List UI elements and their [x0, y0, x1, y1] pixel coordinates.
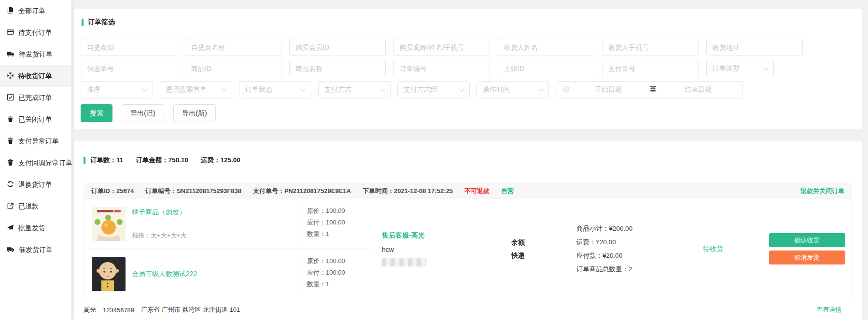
- product-info-cell: 橘子商品（勿改） 规格：大+大+大+大: [84, 199, 298, 249]
- filter-title-text: 订单筛选: [88, 18, 115, 27]
- product-name-link[interactable]: 会员等级天数测试222: [132, 270, 197, 278]
- orange-product-image[interactable]: [92, 207, 126, 241]
- self-operated-badge: 自营: [501, 187, 514, 195]
- refunded-icon: [7, 202, 14, 211]
- order-count-stat: 订单数：11: [90, 156, 123, 165]
- callback-error-icon: [7, 159, 14, 167]
- product-text-block: 会员等级天数测试222: [132, 257, 197, 291]
- pending-payment-icon: [7, 28, 14, 37]
- products-column: 橘子商品（勿改） 规格：大+大+大+大 原价：100.00 应付：100.00 …: [84, 199, 370, 299]
- sidebar-item-pending-receipt[interactable]: 待收货订单: [0, 65, 71, 87]
- product-info-cell: 会员等级天数测试222: [84, 249, 298, 299]
- sidebar-item-label: 退换货订单: [18, 181, 52, 189]
- order-filter-card: 订单筛选 订单类型: [74, 9, 862, 129]
- status-badge: 待收货: [703, 245, 723, 253]
- sidebar-item-batch-ship[interactable]: 批量发货: [0, 217, 71, 239]
- sidebar-item-payment-error[interactable]: 支付异常订单: [0, 130, 71, 152]
- refund-close-order-link[interactable]: 退款并关闭订单: [800, 187, 844, 195]
- operation-time-select[interactable]: 操作时间: [476, 81, 549, 98]
- sidebar-item-closed-orders[interactable]: 已关闭订单: [0, 109, 71, 130]
- product-spec-text: 规格：大+大+大+大: [132, 231, 187, 240]
- order-type-select[interactable]: 订单类型: [706, 60, 774, 77]
- payment-error-icon: [7, 137, 14, 146]
- order-footer-bar: 高光 123456789 广东省 广州市 荔湾区 龙津街道 101 查看详情: [84, 299, 852, 320]
- buyer-member-id-input[interactable]: [289, 39, 386, 56]
- doll-product-image[interactable]: [92, 257, 126, 291]
- pickup-id-input[interactable]: [81, 39, 177, 56]
- view-details-link[interactable]: 查看详情: [816, 306, 841, 314]
- export-old-button[interactable]: 导出(旧): [122, 104, 164, 122]
- product-name-input[interactable]: [289, 60, 386, 77]
- payable-price-text: 应付：100.00: [307, 267, 370, 278]
- product-id-input[interactable]: [185, 60, 281, 77]
- receiver-phone-input[interactable]: [602, 39, 699, 56]
- sort-select[interactable]: 排序: [81, 81, 153, 98]
- subtotal-text: 商品小计：¥200.00: [576, 222, 632, 236]
- pickup-name-input[interactable]: [185, 39, 281, 56]
- first-order-select[interactable]: 是否搜索首单: [160, 81, 232, 98]
- order-no-input[interactable]: [393, 60, 490, 77]
- sidebar-item-label: 支付异常订单: [18, 137, 59, 146]
- receiver-name-input[interactable]: [498, 39, 594, 56]
- original-price-text: 原价：100.00: [307, 205, 370, 217]
- export-new-button[interactable]: 导出(新): [173, 104, 216, 122]
- sidebar-item-all-orders[interactable]: 全部订单: [0, 0, 71, 22]
- payment-group-select[interactable]: 支付方式组: [397, 81, 470, 98]
- order-no-text: 订单编号：SN211208175293F838: [145, 187, 241, 195]
- order-time-text: 下单时间：2021-12-08 17:52:25: [363, 187, 453, 195]
- sidebar-item-returns[interactable]: 退换货订单: [0, 174, 71, 195]
- sidebar-item-completed-orders[interactable]: 已完成订单: [0, 87, 71, 109]
- payment-no-input[interactable]: [602, 60, 699, 77]
- chevron-down-icon: [763, 65, 768, 70]
- date-range-separator: 至: [647, 85, 659, 94]
- quantity-text: 数量：1: [307, 228, 370, 240]
- filter-row-1: [81, 39, 854, 56]
- product-row: 会员等级天数测试222 原价：100.00 应付：100.00 数量：1: [84, 249, 370, 299]
- sidebar-item-label: 已关闭订单: [18, 115, 52, 124]
- order-admin-app: 全部订单 待支付订单 待发货订单 待收货订单 已完成订单 已关闭订单 支付异常订…: [0, 0, 868, 320]
- sidebar-item-label: 已退款: [18, 202, 39, 211]
- sidebar-item-pending-payment[interactable]: 待支付订单: [0, 22, 71, 43]
- confirm-receipt-button[interactable]: 确认收货: [769, 233, 845, 247]
- order-status-select[interactable]: 订单状态: [239, 81, 311, 98]
- section-accent-bar: [82, 19, 84, 26]
- sidebar-item-pending-shipment[interactable]: 待发货订单: [0, 43, 71, 65]
- search-button[interactable]: 搜索: [81, 104, 112, 122]
- payment-method-select[interactable]: 支付方式: [318, 81, 391, 98]
- clock-icon: [563, 86, 570, 94]
- order-amount-column: 商品小计：¥200.00 运费：¥20.00 应付款：¥20.00 订单商品总数…: [568, 199, 664, 299]
- chevron-down-icon: [142, 86, 147, 91]
- receiver-address-input[interactable]: [706, 39, 803, 56]
- cancel-shipment-button[interactable]: 取消发货: [769, 250, 845, 264]
- product-price-cell: 原价：100.00 应付：100.00 数量：1: [298, 199, 370, 249]
- buyer-nickname-input[interactable]: [393, 39, 490, 56]
- orders-summary-bar: 订单数：11 订单金额：750.10 运费：125.00: [84, 156, 852, 165]
- date-range-picker[interactable]: 开始日期 至 结束日期: [557, 81, 743, 98]
- parent-id-input[interactable]: [498, 60, 594, 77]
- start-date-placeholder[interactable]: 开始日期: [570, 85, 647, 94]
- sidebar-item-refunded[interactable]: 已退款: [0, 195, 71, 217]
- chevron-down-icon: [300, 86, 306, 91]
- orders-summary-items: 订单数：11 订单金额：750.10 运费：125.00: [90, 156, 240, 165]
- receiver-name-text: 高光: [84, 306, 96, 314]
- freight-text: 运费：¥20.00: [576, 236, 616, 249]
- product-price-cell: 原价：100.00 应付：100.00 数量：1: [298, 249, 370, 299]
- completed-orders-icon: [7, 94, 14, 102]
- pending-shipment-icon: [7, 50, 14, 59]
- payable-text: 应付款：¥20.00: [576, 249, 622, 263]
- sidebar-item-callback-error[interactable]: 支付回调异常订单: [0, 152, 71, 174]
- no-refund-badge: 不可退款: [464, 187, 490, 195]
- service-agent-title: 售后客服-高光: [382, 231, 425, 240]
- tracking-no-input[interactable]: [81, 60, 177, 77]
- sidebar-item-label: 待收货订单: [18, 72, 52, 81]
- product-row: 橘子商品（勿改） 规格：大+大+大+大 原价：100.00 应付：100.00 …: [84, 199, 370, 249]
- filter-row-2: 订单类型: [81, 60, 854, 77]
- sidebar-item-label: 催发货订单: [19, 246, 53, 254]
- receiver-phone-text: 123456789: [103, 306, 134, 314]
- all-orders-icon: [7, 7, 14, 15]
- batch-ship-icon: [7, 224, 14, 233]
- sidebar-item-label: 全部订单: [18, 7, 45, 15]
- sidebar-item-urge-ship[interactable]: 催发货订单: [0, 239, 71, 261]
- product-name-link[interactable]: 橘子商品（勿改）: [132, 208, 187, 217]
- end-date-placeholder[interactable]: 结束日期: [659, 85, 737, 94]
